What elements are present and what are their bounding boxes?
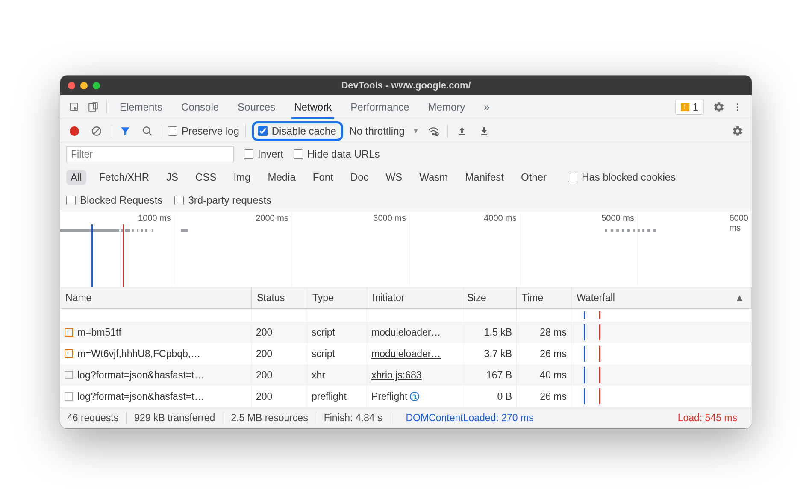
initiator-link[interactable]: moduleloader… <box>371 348 441 360</box>
cell-waterfall <box>571 386 752 407</box>
network-toolbar: Preserve log Disable cache No throttling… <box>60 119 752 143</box>
file-type-icon <box>65 371 73 379</box>
disable-cache-highlight: Disable cache <box>252 121 344 141</box>
issues-badge[interactable]: ! 1 <box>675 100 704 115</box>
type-chip-font[interactable]: Font <box>309 170 338 185</box>
cell-initiator: moduleloader… <box>367 343 462 364</box>
svg-line-9 <box>149 132 152 135</box>
load-marker <box>123 224 124 287</box>
search-icon[interactable] <box>139 123 156 139</box>
table-row[interactable]: m=bm51tf200scriptmoduleloader…1.5 kB28 m… <box>60 322 752 343</box>
settings-icon[interactable] <box>711 99 727 115</box>
initiator-link[interactable]: xhrio.js:683 <box>371 369 422 381</box>
third-party-checkbox[interactable]: 3rd-party requests <box>174 194 271 206</box>
col-size[interactable]: Size <box>462 287 517 308</box>
col-status[interactable]: Status <box>252 287 307 308</box>
preserve-log-input[interactable] <box>168 126 177 136</box>
cell-type: script <box>307 343 367 364</box>
record-button[interactable] <box>66 123 82 139</box>
file-type-icon <box>65 349 73 358</box>
type-chip-wasm[interactable]: Wasm <box>415 170 452 185</box>
upload-har-icon[interactable] <box>454 123 470 139</box>
window-controls <box>68 82 100 89</box>
svg-rect-1 <box>89 103 95 111</box>
main-tabs-bar: Elements Console Sources Network Perform… <box>60 95 752 119</box>
tabs-list: Elements Console Sources Network Perform… <box>120 95 490 119</box>
preserve-log-label: Preserve log <box>182 125 239 137</box>
disable-cache-input[interactable] <box>258 126 268 136</box>
panel-settings-icon[interactable] <box>730 123 746 139</box>
blocked-requests-checkbox[interactable]: Blocked Requests <box>66 194 162 206</box>
tabs-overflow-button[interactable]: » <box>484 95 489 119</box>
cell-type: preflight <box>307 386 367 407</box>
preserve-log-checkbox[interactable]: Preserve log <box>168 125 239 137</box>
table-row-gap <box>60 309 752 322</box>
timeline-overview[interactable]: 1000 ms2000 ms3000 ms4000 ms5000 ms6000 … <box>60 211 752 287</box>
separator <box>162 125 162 138</box>
cell-initiator: Preflight ⇅ <box>367 386 462 407</box>
table-row[interactable]: log?format=json&hasfast=t…200preflightPr… <box>60 386 752 407</box>
maximize-window-button[interactable] <box>93 82 100 89</box>
tab-elements[interactable]: Elements <box>120 95 162 119</box>
col-initiator[interactable]: Initiator <box>367 287 462 308</box>
tab-sources[interactable]: Sources <box>238 95 275 119</box>
cell-time: 26 ms <box>517 386 571 407</box>
separator <box>245 125 246 138</box>
throttling-select[interactable]: No throttling ▼ <box>349 125 419 137</box>
type-filter-row: All Fetch/XHR JS CSS Img Media Font Doc … <box>60 165 752 189</box>
timeline-ticks: 1000 ms2000 ms3000 ms4000 ms5000 ms6000 … <box>60 211 752 223</box>
filter-icon[interactable] <box>117 123 133 139</box>
type-chip-fetchxhr[interactable]: Fetch/XHR <box>95 170 153 185</box>
col-waterfall[interactable]: Waterfall ▲ <box>571 287 752 308</box>
svg-line-7 <box>93 128 100 134</box>
kebab-menu-icon[interactable] <box>730 99 746 115</box>
cell-size: 0 B <box>462 386 517 407</box>
tab-performance[interactable]: Performance <box>350 95 409 119</box>
cell-time: 40 ms <box>517 364 571 386</box>
disable-cache-label: Disable cache <box>272 125 336 137</box>
tab-network[interactable]: Network <box>294 95 332 119</box>
device-toolbar-icon[interactable] <box>85 99 101 115</box>
disable-cache-checkbox[interactable]: Disable cache <box>258 125 336 137</box>
initiator-link[interactable]: moduleloader… <box>371 327 441 338</box>
filter-input[interactable] <box>66 146 234 162</box>
type-chip-js[interactable]: JS <box>162 170 182 185</box>
table-row[interactable]: m=Wt6vjf,hhhU8,FCpbqb,…200scriptmodulelo… <box>60 343 752 364</box>
timeline-tick: 1000 ms <box>138 213 171 223</box>
invert-checkbox[interactable]: Invert <box>244 148 283 160</box>
type-chip-img[interactable]: Img <box>229 170 255 185</box>
status-transferred: 929 kB transferred <box>127 412 223 424</box>
type-chip-all[interactable]: All <box>66 170 86 185</box>
timeline-tick: 3000 ms <box>373 213 406 223</box>
timeline-tick: 4000 ms <box>484 213 517 223</box>
clear-button[interactable] <box>88 123 105 139</box>
minimize-window-button[interactable] <box>80 82 88 89</box>
type-chip-ws[interactable]: WS <box>382 170 407 185</box>
type-chip-media[interactable]: Media <box>263 170 300 185</box>
download-har-icon[interactable] <box>476 123 492 139</box>
status-finish: Finish: 4.84 s <box>316 412 391 424</box>
network-conditions-icon[interactable] <box>425 123 441 139</box>
type-chip-other[interactable]: Other <box>517 170 551 185</box>
tab-memory[interactable]: Memory <box>428 95 465 119</box>
close-window-button[interactable] <box>68 82 75 89</box>
status-resources: 2.5 MB resources <box>223 412 316 424</box>
type-chip-css[interactable]: CSS <box>191 170 221 185</box>
type-chip-doc[interactable]: Doc <box>346 170 373 185</box>
cell-name: log?format=json&hasfast=t… <box>60 386 252 407</box>
svg-point-10 <box>432 133 434 135</box>
cell-waterfall <box>571 364 752 386</box>
col-name[interactable]: Name <box>60 287 252 308</box>
cell-type: script <box>307 322 367 343</box>
extra-filter-row: Blocked Requests 3rd-party requests <box>60 189 752 211</box>
col-type[interactable]: Type <box>307 287 367 308</box>
tab-console[interactable]: Console <box>181 95 219 119</box>
col-time[interactable]: Time <box>517 287 571 308</box>
type-chip-manifest[interactable]: Manifest <box>461 170 508 185</box>
hide-data-urls-checkbox[interactable]: Hide data URLs <box>294 148 380 160</box>
cell-status: 200 <box>252 322 307 343</box>
cell-status: 200 <box>252 343 307 364</box>
has-blocked-cookies-checkbox[interactable]: Has blocked cookies <box>568 171 676 183</box>
table-row[interactable]: log?format=json&hasfast=t…200xhrxhrio.js… <box>60 364 752 386</box>
inspect-element-icon[interactable] <box>66 99 82 115</box>
